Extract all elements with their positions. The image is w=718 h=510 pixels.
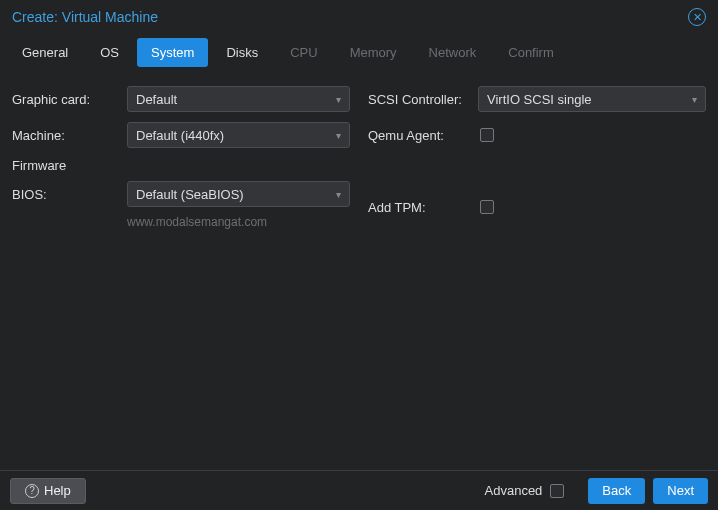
back-button[interactable]: Back [588, 478, 645, 504]
help-button[interactable]: ? Help [10, 478, 86, 504]
close-icon: ✕ [693, 11, 702, 24]
help-button-label: Help [44, 483, 71, 498]
watermark-text: www.modalsemangat.com [127, 215, 350, 229]
firmware-section-label: Firmware [12, 158, 350, 173]
tab-cpu: CPU [276, 38, 331, 67]
qemu-agent-label: Qemu Agent: [368, 128, 478, 143]
bios-value: Default (SeaBIOS) [136, 187, 244, 202]
add-tpm-checkbox[interactable] [480, 200, 494, 214]
scsi-controller-label: SCSI Controller: [368, 92, 478, 107]
machine-value: Default (i440fx) [136, 128, 224, 143]
dialog-footer: ? Help Advanced Back Next [0, 470, 718, 510]
tab-general[interactable]: General [8, 38, 82, 67]
machine-label: Machine: [12, 128, 127, 143]
help-icon: ? [25, 484, 39, 498]
advanced-label: Advanced [485, 483, 543, 498]
scsi-controller-select[interactable]: VirtIO SCSI single ▾ [478, 86, 706, 112]
bios-label: BIOS: [12, 187, 127, 202]
bios-select[interactable]: Default (SeaBIOS) ▾ [127, 181, 350, 207]
tab-confirm: Confirm [494, 38, 568, 67]
add-tpm-label: Add TPM: [368, 200, 478, 215]
scsi-controller-value: VirtIO SCSI single [487, 92, 592, 107]
tab-system[interactable]: System [137, 38, 208, 67]
chevron-down-icon: ▾ [336, 94, 341, 105]
tab-os[interactable]: OS [86, 38, 133, 67]
wizard-tabs: General OS System Disks CPU Memory Netwo… [0, 32, 718, 68]
graphic-card-select[interactable]: Default ▾ [127, 86, 350, 112]
chevron-down-icon: ▾ [336, 189, 341, 200]
qemu-agent-checkbox[interactable] [480, 128, 494, 142]
tab-disks[interactable]: Disks [212, 38, 272, 67]
next-button[interactable]: Next [653, 478, 708, 504]
chevron-down-icon: ▾ [692, 94, 697, 105]
tab-network: Network [415, 38, 491, 67]
graphic-card-value: Default [136, 92, 177, 107]
chevron-down-icon: ▾ [336, 130, 341, 141]
dialog-title: Create: Virtual Machine [12, 9, 158, 25]
close-button[interactable]: ✕ [688, 8, 706, 26]
machine-select[interactable]: Default (i440fx) ▾ [127, 122, 350, 148]
tab-memory: Memory [336, 38, 411, 67]
advanced-checkbox[interactable] [550, 484, 564, 498]
graphic-card-label: Graphic card: [12, 92, 127, 107]
